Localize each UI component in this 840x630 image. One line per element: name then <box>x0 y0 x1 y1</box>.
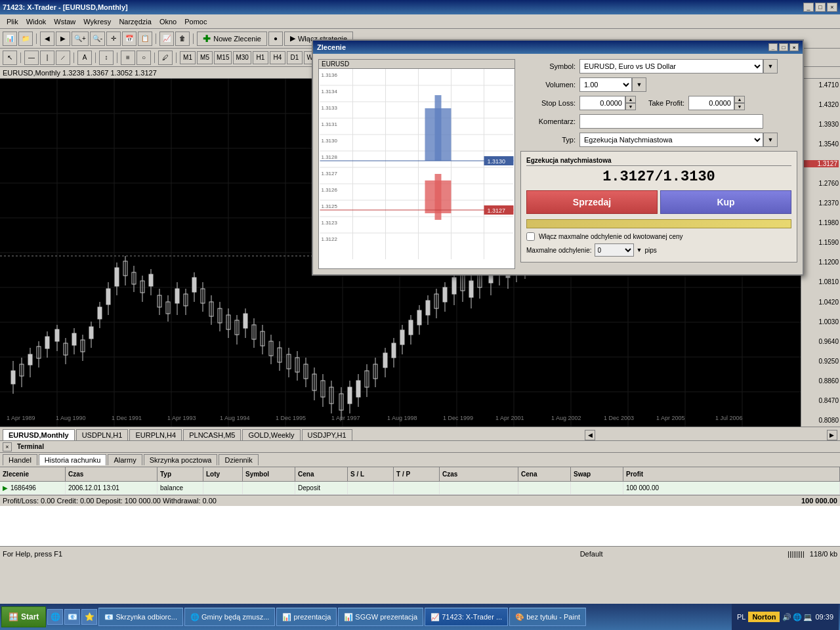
comment-label: Komentarz: <box>520 117 579 125</box>
tb-back[interactable]: ◀ <box>40 32 54 46</box>
sl-up[interactable]: ▲ <box>625 96 636 103</box>
footer-text: Profit/Loss: 0.00 Credit: 0.00 Deposit: … <box>3 497 217 505</box>
terminal-tab-dziennik[interactable]: Dziennik <box>219 454 258 465</box>
volume-label: Volumen: <box>520 81 579 89</box>
dialog-maximize[interactable]: □ <box>779 43 788 51</box>
menu-wstaw[interactable]: Wstaw <box>50 16 79 27</box>
volume-select[interactable]: 1.00 <box>579 77 632 92</box>
tab-scroll-left[interactable]: ◀ <box>585 430 595 440</box>
taskbar-paint[interactable]: 🎨 bez tytułu - Paint <box>509 608 586 626</box>
price-12: 1.0030 <box>803 318 839 326</box>
taskbar-xtrader[interactable]: 📈 71423: X-Trader ... <box>425 608 508 626</box>
sl-down[interactable]: ▼ <box>625 103 636 110</box>
maximize-button[interactable]: □ <box>815 3 826 12</box>
terminal-tab-skrzynka[interactable]: Skrzynka pocztowa <box>144 454 218 465</box>
terminal-tab-handel[interactable]: Handel <box>3 454 37 465</box>
svg-rect-175 <box>435 95 442 161</box>
type-select[interactable]: Egzekucja Natychmiastowa <box>579 133 763 147</box>
tp-down[interactable]: ▼ <box>734 103 745 110</box>
minimize-button[interactable]: _ <box>803 3 814 12</box>
tp-up[interactable]: ▲ <box>734 96 745 103</box>
taskbar-sggw[interactable]: 📊 SGGW prezentacja <box>338 608 423 626</box>
tab-usdjpy-h1[interactable]: USDJPY,H1 <box>302 429 352 440</box>
start-button[interactable]: 🪟 Start <box>1 606 46 627</box>
tab-usdpln-h1[interactable]: USDPLN,H1 <box>76 429 129 440</box>
type-dropdown-btn[interactable]: ▼ <box>763 133 778 147</box>
tab-eurpln-h4[interactable]: EURPLN,H4 <box>129 429 182 440</box>
tf-d1[interactable]: D1 <box>287 51 303 64</box>
sl-input[interactable] <box>579 96 625 110</box>
tf-h1[interactable]: H1 <box>253 51 268 64</box>
tb-cursor[interactable]: ↖ <box>3 51 17 65</box>
taskbar-gminy[interactable]: 🌐 Gminy będą zmusz... <box>184 608 275 626</box>
tf-m1[interactable]: M1 <box>180 51 196 64</box>
tf-m5[interactable]: M5 <box>197 51 213 64</box>
menu-widok[interactable]: Widok <box>22 16 51 27</box>
deviation-checkbox[interactable] <box>526 232 535 241</box>
menu-plik[interactable]: Plik <box>3 16 22 27</box>
menu-okno[interactable]: Okno <box>156 16 180 27</box>
tb-channel[interactable]: ≡ <box>121 51 135 65</box>
terminal-close-button[interactable]: × <box>3 442 12 452</box>
tb-brush[interactable]: 🖊 <box>158 51 173 65</box>
col-tp: T / P <box>394 467 440 481</box>
tb-new-chart[interactable]: 📊 <box>3 32 17 46</box>
mini-chart-svg: 1.3130 1.3127 1.3136 1.3134 1.3133 1.313… <box>319 69 514 259</box>
dialog-minimize[interactable]: _ <box>768 43 778 51</box>
volume-dropdown-btn[interactable]: ▼ <box>632 77 646 92</box>
tb-crosshair[interactable]: ✛ <box>106 32 121 46</box>
tb-hline[interactable]: — <box>24 51 39 65</box>
tab-scroll-right[interactable]: ▶ <box>827 430 837 440</box>
symbol-dropdown-btn[interactable]: ▼ <box>763 59 778 74</box>
taskbar-icon-3[interactable]: ⭐ <box>81 609 97 625</box>
language-indicator[interactable]: PL <box>737 613 746 621</box>
buy-button[interactable]: Kup <box>660 190 791 214</box>
menu-narzedzia[interactable]: Narzędzia <box>115 16 156 27</box>
tb-tline[interactable]: ⟋ <box>56 51 70 65</box>
tb-vline[interactable]: | <box>40 51 54 65</box>
new-order-button[interactable]: ✚ Nowe Zlecenie <box>197 32 267 46</box>
menu-bar: Plik Widok Wstaw Wykresy Narzędzia Okno … <box>0 14 840 29</box>
tb-dot[interactable]: ● <box>268 32 283 46</box>
tb-fib[interactable]: ↕ <box>99 51 114 65</box>
comment-input[interactable] <box>579 114 763 129</box>
tb-text[interactable]: A <box>77 51 92 65</box>
terminal-tab-historia[interactable]: Historia rachunku <box>39 454 107 465</box>
taskbar-icon-1[interactable]: 🌐 <box>47 609 63 625</box>
svg-rect-116 <box>409 320 413 335</box>
sell-button[interactable]: Sprzedaj <box>526 190 658 214</box>
svg-text:1.3130: 1.3130 <box>488 158 506 165</box>
norton-button[interactable]: Norton <box>748 612 780 622</box>
tb-ellipse[interactable]: ○ <box>136 51 151 65</box>
tb-open[interactable]: 📁 <box>18 32 33 46</box>
taskbar-skrzynka[interactable]: 📧 Skrzynka odbiorc... <box>98 608 183 626</box>
tb-zoom-in[interactable]: 🔍+ <box>72 32 89 46</box>
svg-text:1 Apr 1989: 1 Apr 1989 <box>7 415 35 421</box>
tb-indicator[interactable]: 📈 <box>159 32 174 46</box>
tb-forward[interactable]: ▶ <box>56 32 70 46</box>
symbol-select[interactable]: EURUSD, Euro vs US Dollar <box>579 59 763 74</box>
tb-delete[interactable]: 🗑 <box>175 32 190 46</box>
tab-eurusd-monthly[interactable]: EURUSD,Monthly <box>3 429 75 440</box>
svg-text:1 Dec 2003: 1 Dec 2003 <box>604 415 634 421</box>
taskbar-icon-2[interactable]: 📧 <box>64 609 80 625</box>
close-button[interactable]: × <box>827 3 837 12</box>
tf-m30[interactable]: M30 <box>233 51 251 64</box>
svg-rect-124 <box>443 287 447 302</box>
tab-gold-weekly[interactable]: GOLD,Weekly <box>242 429 300 440</box>
tp-input[interactable] <box>688 96 734 110</box>
tab-plncash-m5[interactable]: PLNCASH,M5 <box>183 429 241 440</box>
menu-wykresy[interactable]: Wykresy <box>79 16 115 27</box>
tb-template[interactable]: 📋 <box>138 32 152 46</box>
terminal-tab-alarmy[interactable]: Alarmy <box>108 454 142 465</box>
svg-text:1.3133: 1.3133 <box>322 105 338 111</box>
tf-m15[interactable]: M15 <box>214 51 232 64</box>
tb-period[interactable]: 📅 <box>122 32 136 46</box>
dialog-close[interactable]: × <box>789 43 799 51</box>
tf-h4[interactable]: H4 <box>270 51 285 64</box>
taskbar-prezentacja[interactable]: 📊 prezentacja <box>276 608 337 626</box>
tb-zoom-out[interactable]: 🔍- <box>90 32 105 46</box>
deviation-select[interactable]: 0 <box>595 243 634 257</box>
status-bar: For Help, press F1 Default ||||||||| 118… <box>0 546 840 560</box>
menu-pomoc[interactable]: Pomoc <box>180 16 211 27</box>
